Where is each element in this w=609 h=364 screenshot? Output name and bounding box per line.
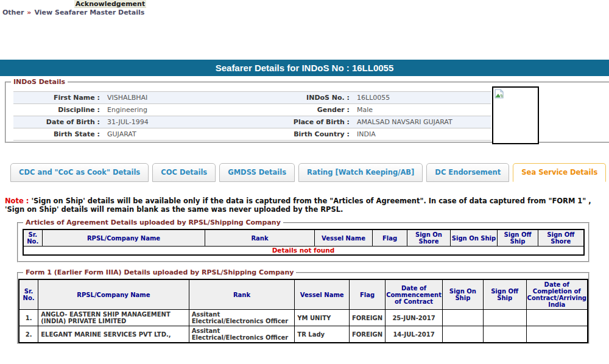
cell-commencement-date: 25-JUN-2017 [385, 310, 443, 326]
cell-rank: Assitant Electrical/Electronics Officer [189, 310, 295, 326]
column-header: Vessel Name [295, 279, 350, 310]
cell-sign-off-ship [483, 326, 526, 343]
column-header: Sr. No. [23, 229, 43, 247]
field-label: First Name : [13, 92, 104, 104]
column-header: Sign Off Ship [483, 279, 526, 310]
note-prefix: Note : [5, 197, 29, 205]
column-header: Vessel Name [315, 229, 373, 247]
cell-sr-no: 1. [19, 310, 38, 326]
form1-table: Sr. No. RPSL/Company Name Rank Vessel Na… [18, 279, 588, 343]
column-header: Flag [349, 279, 385, 310]
tab-sea-service-details[interactable]: Sea Service Details [513, 163, 606, 182]
table-row: Discipline : Engineering Gender : Male [13, 104, 491, 116]
note-text: Note : 'Sign on Ship' details will be av… [5, 197, 598, 214]
column-header: Flag [373, 229, 407, 247]
breadcrumb-separator-icon: » [24, 9, 34, 16]
column-header: Sr. No. [19, 279, 38, 310]
cell-company: ELEGANT MARINE SERVICES PVT LTD., [38, 326, 189, 343]
breadcrumb-current: View Seafarer Master Details [34, 9, 144, 16]
cell-vessel: YM UNITY [295, 310, 350, 326]
cell-sign-off-ship [483, 310, 526, 326]
table-row: Date of Birth : 31-JUL-1994 Place of Bir… [13, 116, 491, 128]
breadcrumb: Other»View Seafarer Master Details [2, 9, 144, 16]
field-value: VISHALBHAI [104, 92, 286, 104]
cell-flag: FOREIGN [349, 326, 385, 343]
table-row: Birth State : GUJARAT Birth Country : IN… [13, 128, 491, 141]
field-label: Discipline : [13, 104, 104, 116]
cell-sr-no: 2. [19, 326, 38, 343]
field-value: AMALSAD NAVSARI GUJARAT [353, 116, 491, 128]
table-row: 1. ANGLO- EASTERN SHIP MANAGEMENT (INDIA… [19, 310, 588, 326]
column-header: Sign Off Shore [538, 229, 584, 247]
note-body: 'Sign on Ship' details will be available… [5, 197, 591, 214]
table-header-row: Sr. No. RPSL/Company Name Rank Vessel Na… [19, 279, 588, 310]
field-label: Gender : [286, 104, 353, 116]
empty-row: Details not found [23, 247, 584, 256]
broken-image-icon [495, 89, 504, 99]
articles-table: Sr. No. RPSL/Company Name Rank Vessel Na… [23, 229, 585, 256]
cell-vessel: TR Lady [295, 326, 350, 343]
form1-panel: Form 1 (Earlier Form IIIA) Details uploa… [17, 268, 590, 344]
cell-commencement-date: 14-JUL-2017 [385, 326, 443, 343]
articles-of-agreement-panel: Articles of Agreement Details uploaded b… [17, 219, 590, 262]
cell-sign-on-ship [442, 326, 483, 343]
field-label: Birth State : [13, 128, 104, 141]
field-label: Date of Birth : [13, 116, 104, 128]
field-label: Birth Country : [286, 128, 353, 141]
field-label: Place of Birth : [286, 116, 353, 128]
tab-gmdss-details[interactable]: GMDSS Details [219, 163, 295, 182]
tab-rating-watch-keeping-ab[interactable]: Rating [Watch Keeping/AB] [298, 163, 423, 182]
table-header-row: Sr. No. RPSL/Company Name Rank Vessel Na… [23, 229, 584, 247]
field-value: GUJARAT [104, 128, 286, 141]
cell-company: ANGLO- EASTERN SHIP MANAGEMENT (INDIA) P… [38, 310, 189, 326]
indos-details-table: First Name : VISHALBHAI INDoS No. : 16LL… [13, 91, 491, 141]
column-header: Sign Off Ship [498, 229, 538, 247]
column-header: Date of Commencement of Contract [385, 279, 443, 310]
articles-legend: Articles of Agreement Details uploaded b… [23, 219, 283, 226]
field-value: INDIA [353, 128, 491, 141]
acknowledgement-tab[interactable]: Acknowledgement [74, 0, 146, 8]
table-row: First Name : VISHALBHAI INDoS No. : 16LL… [13, 92, 491, 104]
tab-dc-endorsement[interactable]: DC Endorsement [426, 163, 509, 182]
column-header: Rank [189, 279, 295, 310]
field-value: 16LL0055 [353, 92, 491, 104]
tab-bar: CDC and "CoC as Cook" Details COC Detail… [10, 163, 609, 182]
cell-sign-on-ship [442, 310, 483, 326]
field-value: Male [353, 104, 491, 116]
cell-flag: FOREIGN [349, 310, 385, 326]
field-value: 31-JUL-1994 [104, 116, 286, 128]
column-header: Rank [205, 229, 315, 247]
page-title: Seafarer Details for INDoS No : 16LL0055 [0, 60, 609, 76]
cell-completion-date [526, 326, 588, 343]
details-not-found-message: Details not found [23, 247, 584, 256]
column-header: Sign On Ship [451, 229, 498, 247]
tab-coc-details[interactable]: COC Details [152, 163, 216, 182]
column-header: Date of Completion of Contract/Arriving … [526, 279, 588, 310]
field-value: Engineering [104, 104, 286, 116]
column-header: RPSL/Company Name [43, 229, 205, 247]
column-header: RPSL/Company Name [38, 279, 189, 310]
cell-rank: Assitant Electrical/Electronics Officer [189, 326, 295, 343]
tab-cdc-coc-as-cook-details[interactable]: CDC and "CoC as Cook" Details [10, 163, 149, 182]
table-row: 2. ELEGANT MARINE SERVICES PVT LTD., Ass… [19, 326, 588, 343]
breadcrumb-root[interactable]: Other [2, 9, 24, 16]
column-header: Sign On Shore [407, 229, 451, 247]
column-header: Sign On Ship [442, 279, 483, 310]
cell-completion-date [526, 310, 588, 326]
field-label: INDoS No. : [286, 92, 353, 104]
indos-details-legend: INDoS Details [11, 78, 68, 86]
form1-legend: Form 1 (Earlier Form IIIA) Details uploa… [23, 268, 296, 276]
seafarer-photo [492, 86, 539, 144]
